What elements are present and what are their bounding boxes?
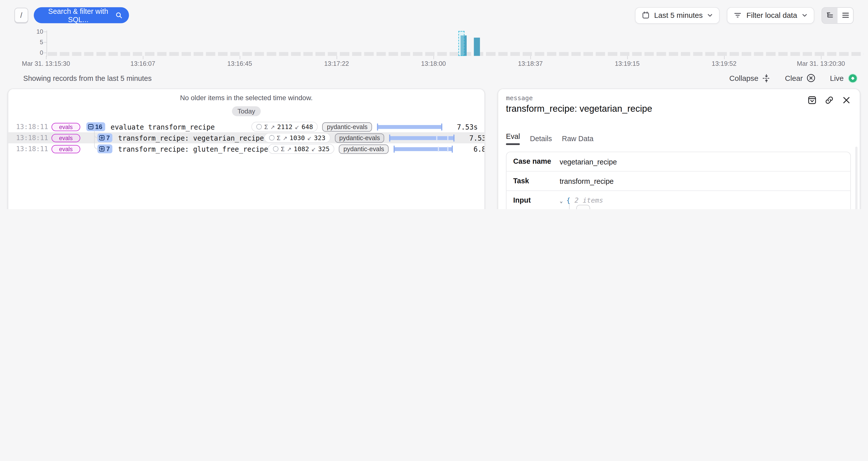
span-count: 7 [106,134,110,141]
slash-shortcut-key: / [14,8,28,23]
evals-tag-badge: evals [52,123,81,131]
tab-raw-data[interactable]: Raw Data [562,132,593,145]
x-tick-mark [46,56,46,59]
timeline-bar[interactable] [474,37,480,56]
duration-bar [377,123,443,130]
duration-bar-tick [438,146,439,151]
tokens-in-arrow-icon: ↗ [270,124,275,130]
x-tick-label: 13:18:00 [421,60,446,67]
records-timeline-chart[interactable]: 0510 Mar 31. 13:15:3013:16:0713:16:4513:… [0,30,868,69]
timeline-bar-selection [458,31,464,56]
tokens-in-arrow-icon: ↗ [283,135,287,141]
close-panel-button[interactable] [842,96,851,104]
tree-connector [94,130,100,149]
chevron-down-icon [707,12,713,18]
view-mode-toggle [822,7,854,24]
x-tick-label: 13:19:52 [712,60,737,67]
detail-tabs: EvalDetailsRaw Data [506,132,851,145]
x-tick-mark [821,56,822,59]
y-axis-line [46,30,47,57]
calendar-icon [642,11,650,19]
search-button[interactable]: Search & filter with SQL... [34,7,129,23]
span-count: 16 [95,124,102,130]
json-key: "dish_name" [576,205,590,209]
input-json-viewer[interactable]: ⌄{ 2 items"dish_name": "Spaghetti Bologn… [560,195,844,209]
x-tick-label: 13:18:37 [518,60,543,67]
duration-bar-body [394,147,453,151]
y-tick-mark [44,42,46,43]
today-divider-pill[interactable]: Today [232,106,261,116]
x-tick-mark [143,56,144,59]
trace-timestamp: 13:18:11 [16,145,44,153]
trace-timestamp: 13:18:11 [16,134,44,142]
tree-view-button[interactable] [822,7,838,23]
showing-records-text: Showing records from the last 5 minutes [23,74,152,82]
list-view-button[interactable] [838,7,853,23]
case-name-value: vegetarian_recipe [560,157,844,166]
collapse-button[interactable]: Collapse [730,74,771,82]
sigma-icon: Σ [277,134,281,141]
x-tick-mark [337,56,337,59]
token-coin-icon [269,135,275,141]
case-name-section: Case name vegetarian_recipe [506,152,850,171]
input-label: Input [513,195,560,209]
x-tick-mark [434,56,434,59]
json-items: 2 items [570,196,603,204]
input-section: Input ⌄{ 2 items"dish_name": "Spaghetti … [506,191,850,209]
duration-bar-body [377,125,442,128]
duration-bar-body [389,136,455,140]
tokens-in-count: 1082 [293,145,309,153]
filter-local-data-value: Filter local data [746,11,797,19]
detail-scrollbar[interactable] [855,147,858,209]
json-brace: { [566,196,570,204]
chevron-down-icon [802,12,808,18]
trace-rows: 13:18:11evals16evaluate transform_recipe… [8,121,485,154]
evals-tag-badge: evals [52,145,81,153]
duration-bar-tick [447,135,448,141]
search-label: Search & filter with SQL... [41,7,115,24]
list-view-icon [841,11,849,19]
live-toggle[interactable]: Live [830,73,858,83]
tab-eval[interactable]: Eval [506,132,520,145]
trace-name: transform_recipe: vegetarian_recipe [118,133,264,142]
y-tick-label: 0 [31,50,43,56]
trace-row[interactable]: 13:18:11evals7transform_recipe: vegetari… [8,132,485,143]
scope-badge: pydantic-evals [322,122,372,131]
filter-icon [734,11,742,19]
duration-bar-start-cap [377,123,378,130]
trace-name: transform_recipe: gluten_free_recipe [118,145,268,153]
json-line: ⌄{ 2 items [560,196,844,205]
trace-row[interactable]: 13:18:11evals16evaluate transform_recipe… [8,121,485,132]
json-chev: ⌄ [560,196,566,205]
y-tick-label: 10 [31,29,43,35]
trace-row[interactable]: 13:18:11evals7transform_recipe: gluten_f… [8,143,485,154]
dock-panel-button[interactable] [808,96,816,104]
clear-circle-x-icon [807,73,815,82]
duration-bar [394,145,460,153]
y-tick-mark [44,32,46,32]
tokens-in-count: 1030 [289,134,305,142]
duration-bar-end-cap [454,134,455,141]
tokens-out-arrow-icon: ↙ [311,146,316,152]
copy-link-button[interactable] [825,96,834,104]
clear-button[interactable]: Clear [785,73,815,82]
tree-view-icon [826,11,834,19]
token-usage-chip: Σ↗1082↙325 [268,144,335,154]
trace-timestamp: 13:18:11 [16,123,44,130]
filter-local-data-select[interactable]: Filter local data [727,7,814,24]
dock-panel-icon [808,96,816,104]
time-range-value: Last 5 minutes [654,11,703,19]
duration-bar-end-cap [441,123,442,130]
time-range-select[interactable]: Last 5 minutes [635,7,720,24]
token-usage-chip: Σ↗1030↙323 [264,133,331,143]
sigma-icon: Σ [264,124,268,130]
task-value: transform_recipe [560,176,844,185]
task-label: Task [513,176,560,185]
tab-details[interactable]: Details [530,132,552,145]
evals-tag-badge: evals [52,133,81,142]
x-tick-mark [627,56,628,59]
tokens-out-arrow-icon: ↙ [294,124,299,130]
toolbar-right-group: Last 5 minutes Filter local data [635,7,854,24]
span-count-chip[interactable]: 16 [86,122,105,131]
x-tick-mark [724,56,724,59]
